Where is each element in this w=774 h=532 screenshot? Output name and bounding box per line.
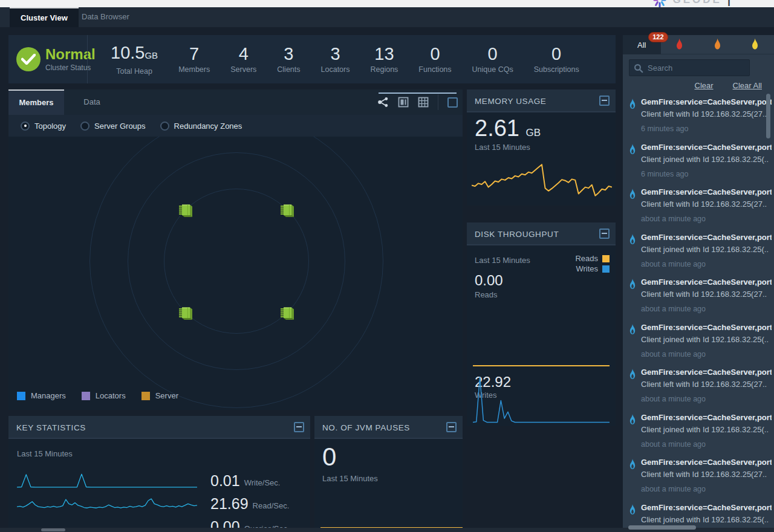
keystats-collapse-icon[interactable] — [294, 422, 304, 432]
view-radio-option[interactable]: Server Groups — [80, 122, 146, 131]
stat-label: Regions — [370, 65, 398, 74]
legend-label: Server — [155, 391, 178, 400]
cluster-stat: 10.5GB Total Heap — [111, 44, 158, 76]
stat-value: 13 — [374, 44, 394, 63]
member-node-icon[interactable] — [279, 305, 296, 321]
notification-message: Client left with Id 192.168.32.25(27.. — [641, 380, 772, 389]
notification-flame-icon — [628, 323, 637, 337]
search-icon — [634, 63, 643, 73]
stat-label: Functions — [418, 65, 451, 74]
cluster-stat: 4 Servers — [230, 45, 256, 74]
memory-caption: Last 15 Minutes — [475, 143, 530, 152]
topology-legend: Managers Locators Server — [17, 391, 178, 400]
notification-item[interactable]: GemFire:service=CacheServer,port=404 Cli… — [623, 272, 774, 317]
table-view-icon[interactable] — [418, 97, 429, 108]
notification-item[interactable]: GemFire:service=CacheServer,port=404 Cli… — [623, 407, 774, 453]
tab-alert-severity[interactable] — [698, 35, 737, 54]
radio-icon[interactable] — [21, 122, 30, 131]
cluster-stat: 3 Clients — [277, 45, 300, 74]
stat-label: Servers — [230, 65, 256, 74]
stat-value: 10.5 — [111, 43, 145, 62]
radio-icon[interactable] — [80, 122, 89, 131]
pulse-dashboard: GEODE | Cluster View Data Browser Normal… — [0, 0, 774, 532]
sidebar-horizontal-scrollbar[interactable] — [628, 525, 696, 530]
radio-label: Topology — [34, 122, 66, 131]
disk-reads-chart — [473, 365, 610, 366]
stat-label: Subscriptions — [534, 65, 579, 74]
sidebar-vertical-scrollbar[interactable] — [766, 94, 770, 138]
member-node-icon[interactable] — [279, 202, 296, 218]
notifications-sidebar: All 122 — [623, 35, 774, 532]
memory-usage-panel: MEMORY USAGE 2.61 GB Last 15 Minutes — [467, 89, 616, 206]
notification-flame-icon — [628, 98, 637, 112]
search-input[interactable] — [648, 60, 732, 76]
notification-item[interactable]: GemFire:service=CacheServer,port=404 Cli… — [623, 182, 774, 227]
notification-item[interactable]: GemFire:service=CacheServer,port=404 Cli… — [623, 362, 774, 407]
cluster-stat: 3 Locators — [321, 45, 350, 74]
tab-alert-severity[interactable] — [737, 35, 774, 54]
notification-message: Client left with Id 192.168.32.25(27.. — [641, 199, 772, 209]
memory-unit: GB — [526, 127, 541, 138]
notification-time: about a minute ago — [641, 395, 772, 403]
notification-item[interactable]: GemFire:service=CacheServer,port=404 Cli… — [623, 137, 774, 183]
cluster-stat: 0 Functions — [418, 45, 451, 74]
tab-cluster-view[interactable]: Cluster View — [10, 7, 79, 27]
radio-icon[interactable] — [160, 122, 169, 131]
memory-value: 2.61 — [475, 115, 519, 141]
main-tabbar: Cluster View Data Browser — [0, 7, 774, 27]
page-scrollbar-thumb[interactable] — [41, 528, 65, 531]
stat-value: 0 — [551, 44, 561, 63]
stat-label: Members — [178, 65, 210, 74]
jvm-panel-title: NO. OF JVM PAUSES — [322, 423, 410, 432]
icon-divider — [438, 94, 438, 110]
block-view-icon[interactable] — [398, 97, 409, 108]
brand-name: GEODE — [673, 0, 722, 6]
stat-label: Clients — [277, 65, 300, 74]
member-node-icon[interactable] — [178, 305, 194, 321]
disk-legend-item: Reads — [575, 254, 610, 263]
notification-item[interactable]: GemFire:service=CacheServer,port=404 Cli… — [623, 92, 774, 137]
clear-link[interactable]: Clear — [695, 81, 714, 90]
view-radio-option[interactable]: Redundancy Zones — [160, 122, 242, 131]
memory-collapse-icon[interactable] — [599, 96, 610, 106]
cluster-status-ribbon: Normal Cluster Status 10.5GB Total Heap … — [8, 35, 616, 83]
jvm-pauses-value: 0 — [322, 444, 336, 470]
notification-item[interactable]: GemFire:service=CacheServer,port=404 Cli… — [623, 452, 774, 498]
notification-flame-icon — [628, 368, 637, 382]
view-radio-option[interactable]: Topology — [21, 122, 66, 131]
brand-logo: GEODE | — [652, 0, 730, 7]
notification-flame-icon — [628, 504, 637, 517]
clear-all-link[interactable]: Clear All — [733, 81, 762, 90]
notification-item[interactable]: GemFire:service=CacheServer,port=404 Cli… — [623, 317, 774, 363]
reads-per-sec-label: Read/Sec. — [253, 501, 290, 511]
members-view-options: Topology Server Groups Redundancy Zones — [8, 115, 463, 137]
disk-legend-swatch — [602, 265, 610, 273]
legend-item: Server — [141, 391, 178, 400]
notification-time: about a minute ago — [641, 485, 772, 493]
disk-collapse-icon[interactable] — [599, 229, 610, 239]
graph-view-icon[interactable] — [377, 97, 389, 108]
tab-data-browser[interactable]: Data Browser — [71, 7, 140, 27]
legend-label: Locators — [96, 391, 126, 400]
notification-title: GemFire:service=CacheServer,port=404 — [641, 187, 772, 196]
notification-item[interactable]: GemFire:service=CacheServer,port=404 Cli… — [623, 227, 774, 273]
notification-message: Client joined with Id 192.168.32.25(.. — [641, 155, 772, 164]
tab-members[interactable]: Members — [8, 89, 64, 115]
notification-message: Client left with Id 192.168.32.25(27.. — [641, 470, 772, 479]
notification-time: about a minute ago — [641, 440, 772, 449]
tab-data[interactable]: Data — [64, 89, 120, 115]
notification-message: Client joined with Id 192.168.32.25(.. — [641, 245, 772, 254]
stat-value: 7 — [189, 44, 199, 63]
disk-reads-label: Reads — [475, 290, 498, 299]
member-node-icon[interactable] — [178, 202, 194, 218]
browser-top-strip: GEODE | — [0, 0, 774, 7]
notification-time: about a minute ago — [641, 305, 772, 313]
cluster-stat: 13 Regions — [370, 45, 398, 74]
notification-flame-icon — [628, 458, 637, 472]
tab-all-notifications[interactable]: All 122 — [623, 35, 661, 54]
members-collapse-icon[interactable] — [447, 97, 458, 108]
jvm-collapse-icon[interactable] — [446, 422, 457, 432]
flame-icon — [675, 37, 684, 52]
notification-tabs: All 122 — [623, 35, 774, 54]
notification-time: 6 minutes ago — [641, 170, 772, 178]
